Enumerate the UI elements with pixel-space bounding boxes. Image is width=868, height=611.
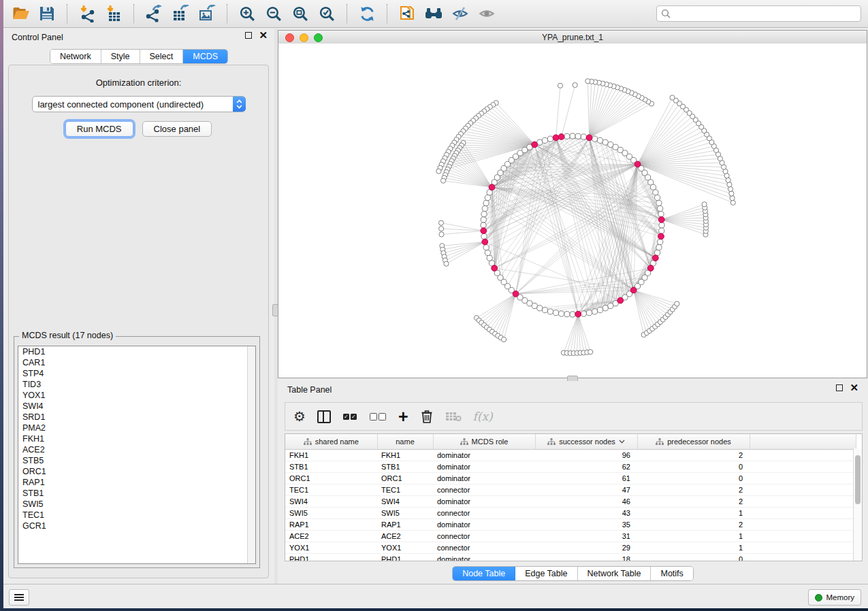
delete-column-icon[interactable] — [420, 408, 434, 425]
mcds-result-item[interactable]: RAP1 — [18, 477, 255, 488]
graph-mcds-node[interactable] — [489, 184, 495, 191]
graph-edge[interactable] — [662, 220, 706, 231]
graph-node[interactable] — [608, 303, 613, 308]
graph-leaf-node[interactable] — [440, 178, 445, 183]
graph-leaf-node[interactable] — [502, 337, 507, 342]
graph-leaf-node[interactable] — [444, 261, 449, 266]
graph-leaf-node[interactable] — [702, 202, 707, 207]
graph-leaf-node[interactable] — [438, 220, 443, 225]
split-view-icon[interactable] — [317, 408, 331, 425]
zoom-fit-icon[interactable] — [290, 4, 310, 23]
graph-node[interactable] — [581, 311, 586, 316]
table-scrollbar[interactable] — [853, 448, 862, 561]
show-panels-button[interactable] — [9, 589, 29, 606]
table-row[interactable]: SWI5SWI5connector431 — [285, 508, 856, 519]
window-minimize-icon[interactable] — [300, 33, 308, 42]
graph-node[interactable] — [570, 312, 575, 317]
graph-leaf-node[interactable] — [670, 95, 675, 100]
first-neighbors-icon[interactable] — [423, 4, 444, 23]
graph-edge[interactable] — [562, 85, 575, 137]
window-close-icon[interactable] — [285, 33, 294, 42]
graph-edge[interactable] — [476, 118, 534, 145]
graph-edge[interactable] — [484, 294, 515, 325]
graph-mcds-node[interactable] — [634, 161, 641, 167]
graph-edge[interactable] — [590, 101, 649, 137]
graph-node[interactable] — [537, 306, 543, 311]
mcds-result-item[interactable]: TEC1 — [18, 510, 255, 521]
graph-leaf-node[interactable] — [436, 169, 441, 174]
graph-node[interactable] — [482, 205, 487, 211]
export-table-icon[interactable] — [170, 4, 191, 23]
mcds-result-item[interactable]: ORC1 — [18, 466, 255, 477]
mcds-result-item[interactable]: STB1 — [18, 488, 255, 499]
graph-leaf-node[interactable] — [729, 191, 734, 196]
graph-leaf-node[interactable] — [585, 79, 590, 84]
show-all-icon[interactable] — [477, 4, 497, 23]
graph-node[interactable] — [655, 195, 660, 200]
graph-leaf-node[interactable] — [439, 232, 444, 237]
mcds-result-list[interactable]: PHD1CAR1STP4TID3YOX1SWI4SRD1PMA2FKH1ACE2… — [18, 346, 256, 564]
export-network-icon[interactable] — [144, 4, 164, 23]
graph-edge[interactable] — [567, 314, 578, 353]
graph-edge[interactable] — [634, 291, 675, 307]
mcds-result-item[interactable]: CAR1 — [18, 357, 255, 368]
mcds-result-item[interactable]: FKH1 — [18, 433, 255, 444]
graph-edge[interactable] — [460, 148, 492, 187]
tab-mcds[interactable]: MCDS — [183, 50, 227, 63]
graph-mcds-node[interactable] — [586, 135, 592, 141]
graph-edge[interactable] — [638, 107, 684, 165]
graph-edge[interactable] — [492, 294, 516, 332]
graph-node[interactable] — [564, 133, 570, 139]
table-scrollbar-thumb[interactable] — [855, 455, 861, 504]
tab-motifs[interactable]: Motifs — [651, 567, 692, 580]
graph-mcds-node[interactable] — [492, 265, 498, 271]
column-header-shared-name[interactable]: shared name — [285, 434, 377, 450]
graph-edge[interactable] — [590, 100, 645, 138]
graph-edge[interactable] — [494, 268, 634, 290]
graph-mcds-node[interactable] — [513, 291, 519, 297]
tab-style[interactable]: Style — [101, 50, 140, 63]
graph-edge[interactable] — [445, 242, 485, 257]
window-zoom-icon[interactable] — [314, 33, 323, 42]
graph-leaf-node[interactable] — [730, 200, 735, 205]
criterion-select[interactable]: largest connected component (undirected) — [32, 96, 246, 112]
graph-node[interactable] — [481, 217, 486, 222]
graph-edge[interactable] — [590, 96, 639, 137]
graph-leaf-node[interactable] — [588, 350, 593, 354]
graph-mcds-node[interactable] — [658, 233, 664, 240]
save-icon[interactable] — [37, 4, 57, 23]
close-table-panel-icon[interactable]: ✕ — [850, 384, 858, 391]
select-all-columns-icon[interactable]: ✓✓ — [342, 408, 357, 425]
mcds-result-item[interactable]: TID3 — [18, 379, 255, 390]
graph-node[interactable] — [481, 233, 487, 239]
graph-node[interactable] — [481, 222, 486, 228]
graph-node[interactable] — [485, 250, 490, 255]
graph-node[interactable] — [656, 245, 662, 250]
close-panel-icon[interactable]: ✕ — [259, 32, 268, 39]
search-field[interactable] — [656, 5, 861, 22]
graph-mcds-node[interactable] — [617, 297, 624, 303]
table-row[interactable]: TEC1TEC1connector472 — [285, 484, 856, 496]
table-row[interactable]: RAP1RAP1dominator352 — [285, 519, 856, 531]
memory-button[interactable]: Memory — [808, 589, 861, 606]
float-panel-icon[interactable] — [245, 32, 252, 39]
result-list-scrollbar[interactable] — [247, 346, 255, 563]
import-table-icon[interactable] — [103, 4, 124, 23]
graph-node[interactable] — [559, 311, 564, 316]
graph-edge[interactable] — [590, 90, 625, 137]
graph-mcds-node[interactable] — [630, 287, 637, 293]
graph-mcds-node[interactable] — [575, 311, 581, 317]
table-row[interactable]: PHD1PHD1dominator180 — [285, 554, 856, 562]
tab-network[interactable]: Network — [50, 50, 101, 63]
graph-node[interactable] — [586, 310, 592, 316]
graph-node[interactable] — [553, 310, 558, 316]
mcds-result-item[interactable]: STB5 — [18, 455, 255, 466]
mcds-result-item[interactable]: PMA2 — [18, 423, 255, 433]
graph-edge[interactable] — [442, 231, 484, 234]
mcds-result-item[interactable]: YOX1 — [18, 390, 255, 401]
graph-node[interactable] — [592, 136, 598, 142]
graph-mcds-node[interactable] — [558, 134, 564, 140]
graph-leaf-node[interactable] — [730, 196, 735, 201]
graph-node[interactable] — [650, 184, 656, 190]
float-table-panel-icon[interactable] — [836, 384, 843, 391]
